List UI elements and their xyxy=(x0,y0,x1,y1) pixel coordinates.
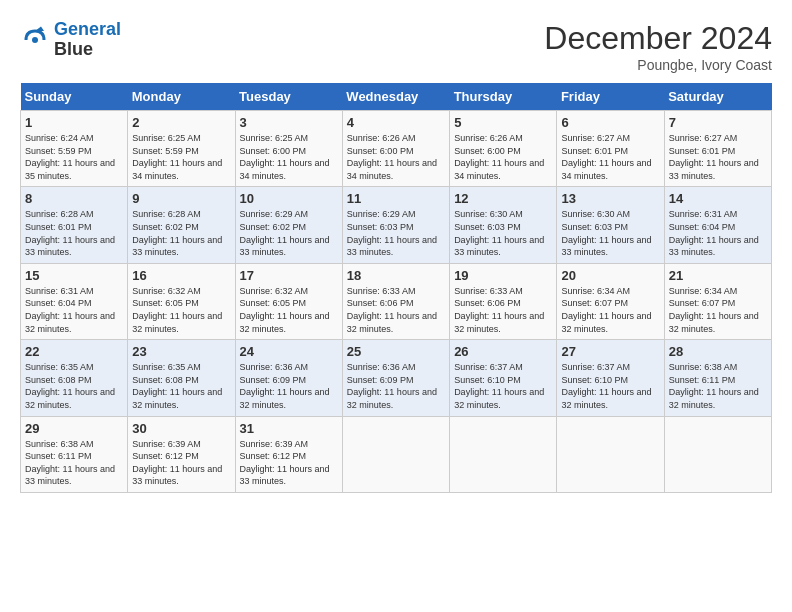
calendar-cell: 15Sunrise: 6:31 AMSunset: 6:04 PMDayligh… xyxy=(21,263,128,339)
calendar-cell: 29Sunrise: 6:38 AMSunset: 6:11 PMDayligh… xyxy=(21,416,128,492)
location-subtitle: Poungbe, Ivory Coast xyxy=(544,57,772,73)
calendar-week-3: 15Sunrise: 6:31 AMSunset: 6:04 PMDayligh… xyxy=(21,263,772,339)
day-number: 7 xyxy=(669,115,767,130)
logo-blue: Blue xyxy=(54,40,121,60)
calendar-cell: 31Sunrise: 6:39 AMSunset: 6:12 PMDayligh… xyxy=(235,416,342,492)
calendar-cell: 12Sunrise: 6:30 AMSunset: 6:03 PMDayligh… xyxy=(450,187,557,263)
day-detail: Sunrise: 6:37 AMSunset: 6:10 PMDaylight:… xyxy=(561,361,659,411)
day-detail: Sunrise: 6:38 AMSunset: 6:11 PMDaylight:… xyxy=(669,361,767,411)
day-detail: Sunrise: 6:39 AMSunset: 6:12 PMDaylight:… xyxy=(240,438,338,488)
day-number: 12 xyxy=(454,191,552,206)
day-number: 2 xyxy=(132,115,230,130)
calendar-cell xyxy=(450,416,557,492)
day-detail: Sunrise: 6:25 AMSunset: 5:59 PMDaylight:… xyxy=(132,132,230,182)
logo: General Blue xyxy=(20,20,121,60)
header-tuesday: Tuesday xyxy=(235,83,342,111)
day-number: 4 xyxy=(347,115,445,130)
day-detail: Sunrise: 6:28 AMSunset: 6:02 PMDaylight:… xyxy=(132,208,230,258)
day-number: 3 xyxy=(240,115,338,130)
calendar-week-1: 1Sunrise: 6:24 AMSunset: 5:59 PMDaylight… xyxy=(21,111,772,187)
calendar-cell: 3Sunrise: 6:25 AMSunset: 6:00 PMDaylight… xyxy=(235,111,342,187)
calendar-cell: 18Sunrise: 6:33 AMSunset: 6:06 PMDayligh… xyxy=(342,263,449,339)
page-header: General Blue December 2024 Poungbe, Ivor… xyxy=(20,20,772,73)
day-number: 17 xyxy=(240,268,338,283)
day-detail: Sunrise: 6:33 AMSunset: 6:06 PMDaylight:… xyxy=(347,285,445,335)
calendar-week-4: 22Sunrise: 6:35 AMSunset: 6:08 PMDayligh… xyxy=(21,340,772,416)
calendar-cell: 14Sunrise: 6:31 AMSunset: 6:04 PMDayligh… xyxy=(664,187,771,263)
day-detail: Sunrise: 6:36 AMSunset: 6:09 PMDaylight:… xyxy=(347,361,445,411)
title-block: December 2024 Poungbe, Ivory Coast xyxy=(544,20,772,73)
day-number: 13 xyxy=(561,191,659,206)
day-detail: Sunrise: 6:31 AMSunset: 6:04 PMDaylight:… xyxy=(25,285,123,335)
calendar-cell xyxy=(342,416,449,492)
calendar-cell: 1Sunrise: 6:24 AMSunset: 5:59 PMDaylight… xyxy=(21,111,128,187)
header-thursday: Thursday xyxy=(450,83,557,111)
header-friday: Friday xyxy=(557,83,664,111)
day-detail: Sunrise: 6:28 AMSunset: 6:01 PMDaylight:… xyxy=(25,208,123,258)
calendar-cell: 4Sunrise: 6:26 AMSunset: 6:00 PMDaylight… xyxy=(342,111,449,187)
day-detail: Sunrise: 6:35 AMSunset: 6:08 PMDaylight:… xyxy=(25,361,123,411)
day-number: 8 xyxy=(25,191,123,206)
day-number: 22 xyxy=(25,344,123,359)
calendar-cell: 17Sunrise: 6:32 AMSunset: 6:05 PMDayligh… xyxy=(235,263,342,339)
calendar-cell: 20Sunrise: 6:34 AMSunset: 6:07 PMDayligh… xyxy=(557,263,664,339)
header-sunday: Sunday xyxy=(21,83,128,111)
day-detail: Sunrise: 6:37 AMSunset: 6:10 PMDaylight:… xyxy=(454,361,552,411)
calendar-cell: 25Sunrise: 6:36 AMSunset: 6:09 PMDayligh… xyxy=(342,340,449,416)
day-detail: Sunrise: 6:29 AMSunset: 6:02 PMDaylight:… xyxy=(240,208,338,258)
svg-point-0 xyxy=(32,37,38,43)
month-title: December 2024 xyxy=(544,20,772,57)
day-number: 5 xyxy=(454,115,552,130)
calendar-week-2: 8Sunrise: 6:28 AMSunset: 6:01 PMDaylight… xyxy=(21,187,772,263)
day-detail: Sunrise: 6:25 AMSunset: 6:00 PMDaylight:… xyxy=(240,132,338,182)
calendar-cell: 5Sunrise: 6:26 AMSunset: 6:00 PMDaylight… xyxy=(450,111,557,187)
day-number: 23 xyxy=(132,344,230,359)
day-detail: Sunrise: 6:24 AMSunset: 5:59 PMDaylight:… xyxy=(25,132,123,182)
day-detail: Sunrise: 6:26 AMSunset: 6:00 PMDaylight:… xyxy=(347,132,445,182)
calendar-cell: 6Sunrise: 6:27 AMSunset: 6:01 PMDaylight… xyxy=(557,111,664,187)
logo-general: General xyxy=(54,19,121,39)
header-monday: Monday xyxy=(128,83,235,111)
day-detail: Sunrise: 6:38 AMSunset: 6:11 PMDaylight:… xyxy=(25,438,123,488)
calendar-cell: 26Sunrise: 6:37 AMSunset: 6:10 PMDayligh… xyxy=(450,340,557,416)
calendar-cell: 28Sunrise: 6:38 AMSunset: 6:11 PMDayligh… xyxy=(664,340,771,416)
calendar-cell xyxy=(664,416,771,492)
calendar-cell: 10Sunrise: 6:29 AMSunset: 6:02 PMDayligh… xyxy=(235,187,342,263)
day-number: 14 xyxy=(669,191,767,206)
day-number: 21 xyxy=(669,268,767,283)
calendar-cell xyxy=(557,416,664,492)
day-detail: Sunrise: 6:26 AMSunset: 6:00 PMDaylight:… xyxy=(454,132,552,182)
calendar-cell: 24Sunrise: 6:36 AMSunset: 6:09 PMDayligh… xyxy=(235,340,342,416)
day-number: 18 xyxy=(347,268,445,283)
calendar-week-5: 29Sunrise: 6:38 AMSunset: 6:11 PMDayligh… xyxy=(21,416,772,492)
calendar-cell: 19Sunrise: 6:33 AMSunset: 6:06 PMDayligh… xyxy=(450,263,557,339)
day-detail: Sunrise: 6:30 AMSunset: 6:03 PMDaylight:… xyxy=(454,208,552,258)
day-number: 25 xyxy=(347,344,445,359)
logo-icon xyxy=(20,25,50,55)
calendar-cell: 8Sunrise: 6:28 AMSunset: 6:01 PMDaylight… xyxy=(21,187,128,263)
calendar-cell: 11Sunrise: 6:29 AMSunset: 6:03 PMDayligh… xyxy=(342,187,449,263)
day-detail: Sunrise: 6:35 AMSunset: 6:08 PMDaylight:… xyxy=(132,361,230,411)
day-detail: Sunrise: 6:30 AMSunset: 6:03 PMDaylight:… xyxy=(561,208,659,258)
calendar-cell: 7Sunrise: 6:27 AMSunset: 6:01 PMDaylight… xyxy=(664,111,771,187)
header-saturday: Saturday xyxy=(664,83,771,111)
day-number: 1 xyxy=(25,115,123,130)
calendar-cell: 16Sunrise: 6:32 AMSunset: 6:05 PMDayligh… xyxy=(128,263,235,339)
calendar-cell: 27Sunrise: 6:37 AMSunset: 6:10 PMDayligh… xyxy=(557,340,664,416)
calendar-cell: 23Sunrise: 6:35 AMSunset: 6:08 PMDayligh… xyxy=(128,340,235,416)
day-detail: Sunrise: 6:31 AMSunset: 6:04 PMDaylight:… xyxy=(669,208,767,258)
logo-text: General Blue xyxy=(54,20,121,60)
day-number: 31 xyxy=(240,421,338,436)
day-number: 11 xyxy=(347,191,445,206)
day-detail: Sunrise: 6:36 AMSunset: 6:09 PMDaylight:… xyxy=(240,361,338,411)
calendar-header-row: SundayMondayTuesdayWednesdayThursdayFrid… xyxy=(21,83,772,111)
day-detail: Sunrise: 6:33 AMSunset: 6:06 PMDaylight:… xyxy=(454,285,552,335)
calendar-table: SundayMondayTuesdayWednesdayThursdayFrid… xyxy=(20,83,772,493)
day-number: 28 xyxy=(669,344,767,359)
day-detail: Sunrise: 6:27 AMSunset: 6:01 PMDaylight:… xyxy=(669,132,767,182)
calendar-cell: 9Sunrise: 6:28 AMSunset: 6:02 PMDaylight… xyxy=(128,187,235,263)
day-detail: Sunrise: 6:34 AMSunset: 6:07 PMDaylight:… xyxy=(669,285,767,335)
day-number: 27 xyxy=(561,344,659,359)
day-number: 30 xyxy=(132,421,230,436)
day-detail: Sunrise: 6:29 AMSunset: 6:03 PMDaylight:… xyxy=(347,208,445,258)
